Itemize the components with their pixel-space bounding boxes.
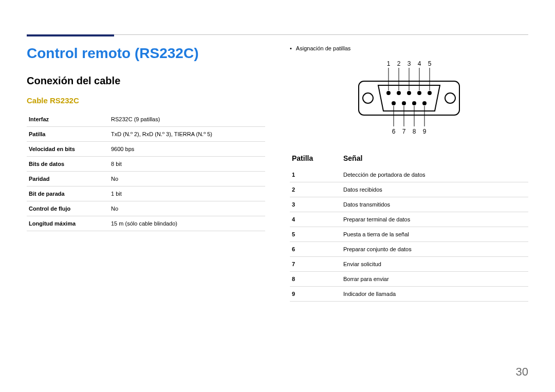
pin-signal: Borrar para enviar xyxy=(341,272,528,287)
svg-point-8 xyxy=(407,91,411,95)
svg-point-6 xyxy=(386,91,391,95)
pin-num: 4 xyxy=(290,212,341,227)
svg-point-7 xyxy=(397,91,401,95)
spec-value: RS232C (9 patillas) xyxy=(109,112,265,127)
pin-label: 9 xyxy=(423,128,427,135)
db9-connector-icon: 1 2 3 4 5 xyxy=(353,60,466,137)
pin-signal: Enviar solicitud xyxy=(341,257,528,272)
pin-signal-table: Patilla Señal 1Detección de portadora de… xyxy=(290,151,528,302)
spec-label: Paridad xyxy=(27,172,109,186)
page-title: Control remoto (RS232C) xyxy=(27,45,265,62)
spec-label: Control de flujo xyxy=(27,201,109,216)
connector-diagram: 1 2 3 4 5 xyxy=(290,60,528,137)
table-row: 4Preparar terminal de datos xyxy=(290,212,528,227)
section-heading: Conexión del cable xyxy=(27,75,265,87)
svg-point-13 xyxy=(412,101,416,105)
pin-signal: Preparar conjunto de datos xyxy=(341,242,528,257)
pin-label: 8 xyxy=(413,128,416,135)
spec-value: No xyxy=(109,201,265,216)
pin-signal: Detección de portadora de datos xyxy=(341,167,528,182)
signal-col-header: Señal xyxy=(341,151,528,167)
screw-hole-icon xyxy=(445,93,455,103)
pin-num: 5 xyxy=(290,227,341,242)
pin-col-header: Patilla xyxy=(290,151,341,167)
table-row: Control de flujoNo xyxy=(27,201,265,216)
screw-hole-icon xyxy=(363,93,373,103)
bullet-pin-assignment: • Asignación de patillas xyxy=(290,45,528,51)
table-row: InterfazRS232C (9 patillas) xyxy=(27,112,265,127)
table-row: Longitud máxima15 m (sólo cable blindado… xyxy=(27,216,265,231)
pin-num: 1 xyxy=(290,167,341,182)
pin-label: 4 xyxy=(418,60,421,67)
pin-signal: Puesta a tierra de la señal xyxy=(341,227,528,242)
pin-signal: Datos recibidos xyxy=(341,182,528,197)
pin-label: 5 xyxy=(428,60,432,67)
spec-value: 15 m (sólo cable blindado) xyxy=(109,216,265,231)
spec-table: InterfazRS232C (9 patillas) PatillaTxD (… xyxy=(27,112,265,231)
pin-signal: Indicador de llamada xyxy=(341,287,528,302)
spec-value: 9600 bps xyxy=(109,142,265,157)
table-row: Velocidad en bits9600 bps xyxy=(27,142,265,157)
bullet-dot-icon: • xyxy=(290,45,292,51)
pin-signal: Preparar terminal de datos xyxy=(341,212,528,227)
pin-num: 2 xyxy=(290,182,341,197)
svg-point-10 xyxy=(428,91,432,95)
svg-point-14 xyxy=(422,101,427,105)
svg-point-11 xyxy=(392,101,396,105)
right-column: • Asignación de patillas 1 2 3 4 5 xyxy=(290,45,528,302)
bullet-text: Asignación de patillas xyxy=(296,45,350,51)
pin-label: 6 xyxy=(392,128,396,135)
table-row: 9Indicador de llamada xyxy=(290,287,528,302)
pin-label: 7 xyxy=(402,128,406,135)
spec-label: Velocidad en bits xyxy=(27,142,109,157)
content-columns: Control remoto (RS232C) Conexión del cab… xyxy=(27,45,528,302)
pin-signal: Datos transmitidos xyxy=(341,197,528,212)
spec-value: 1 bit xyxy=(109,186,265,201)
top-accent-bar xyxy=(27,34,114,36)
spec-value: 8 bit xyxy=(109,157,265,172)
table-row: 7Enviar solicitud xyxy=(290,257,528,272)
pin-num: 8 xyxy=(290,272,341,287)
spec-label: Bit de parada xyxy=(27,186,109,201)
spec-value: TxD (N.º 2), RxD (N.º 3), TIERRA (N.º 5) xyxy=(109,127,265,142)
spec-label: Longitud máxima xyxy=(27,216,109,231)
table-row: ParidadNo xyxy=(27,172,265,186)
table-row: Bit de parada1 bit xyxy=(27,186,265,201)
table-row: 5Puesta a tierra de la señal xyxy=(290,227,528,242)
table-row: 1Detección de portadora de datos xyxy=(290,167,528,182)
spec-label: Bits de datos xyxy=(27,157,109,172)
spec-value: No xyxy=(109,172,265,186)
spec-label: Patilla xyxy=(27,127,109,142)
table-row: 6Preparar conjunto de datos xyxy=(290,242,528,257)
subsection-heading: Cable RS232C xyxy=(27,96,265,105)
pin-num: 7 xyxy=(290,257,341,272)
pin-num: 3 xyxy=(290,197,341,212)
pin-label: 1 xyxy=(387,60,391,67)
svg-point-9 xyxy=(417,91,421,95)
left-column: Control remoto (RS232C) Conexión del cab… xyxy=(27,45,265,302)
table-row: 8Borrar para enviar xyxy=(290,272,528,287)
spec-label: Interfaz xyxy=(27,112,109,127)
table-row: PatillaTxD (N.º 2), RxD (N.º 3), TIERRA … xyxy=(27,127,265,142)
page-number: 30 xyxy=(516,365,528,379)
table-row: Bits de datos8 bit xyxy=(27,157,265,172)
svg-point-12 xyxy=(402,101,406,105)
pin-num: 6 xyxy=(290,242,341,257)
pin-label: 2 xyxy=(397,60,401,67)
table-row: 2Datos recibidos xyxy=(290,182,528,197)
pin-num: 9 xyxy=(290,287,341,302)
pin-label: 3 xyxy=(408,60,411,67)
table-row: 3Datos transmitidos xyxy=(290,197,528,212)
